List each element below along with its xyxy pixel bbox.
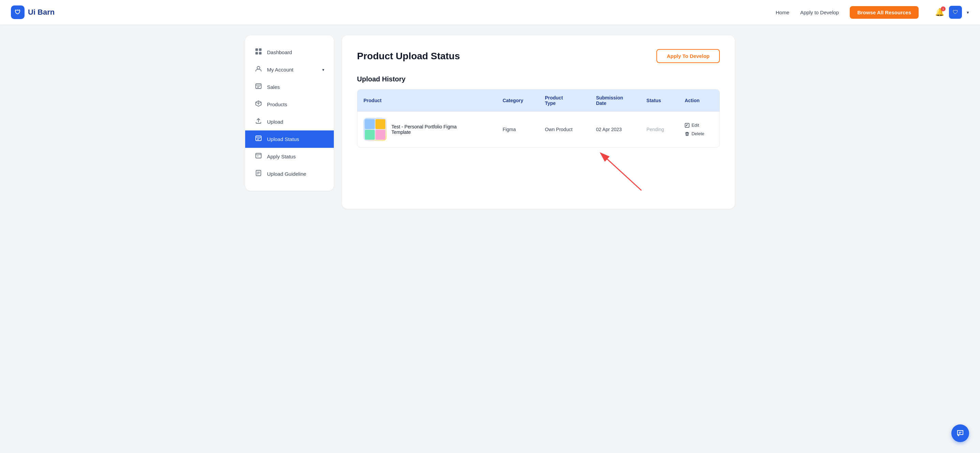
- sidebar-item-label: Dashboard: [267, 49, 292, 55]
- sidebar-item-sales[interactable]: Sales: [245, 78, 334, 96]
- svg-rect-9: [256, 136, 261, 141]
- notification-badge: 1: [941, 6, 945, 11]
- sidebar-item-label: Apply Status: [267, 154, 296, 159]
- red-arrow-annotation: [590, 149, 645, 195]
- sidebar-item-my-account[interactable]: My Account ▾: [245, 61, 334, 78]
- page-header: Product Upload Status Apply To Develop: [357, 49, 720, 63]
- upload-guideline-icon: [255, 169, 262, 178]
- col-status: Status: [640, 90, 679, 112]
- navbar: 🛡 Ui Barn Home Apply to Develop Browse A…: [0, 0, 980, 25]
- apply-status-icon: [255, 152, 262, 161]
- status-badge: Pending: [640, 112, 679, 147]
- svg-point-4: [257, 67, 260, 69]
- upload-icon: [255, 117, 262, 126]
- sidebar-item-apply-status[interactable]: Apply Status: [245, 148, 334, 165]
- product-cell: Test - Personal Portfolio Figma Template: [357, 112, 496, 147]
- dashboard-icon: [255, 48, 262, 57]
- upload-status-icon: [255, 135, 262, 143]
- notification-button[interactable]: 🔔 1: [935, 8, 944, 17]
- col-submission-date: SubmissionDate: [590, 90, 640, 112]
- sidebar-item-dashboard[interactable]: Dashboard: [245, 44, 334, 61]
- delete-button[interactable]: Delete: [685, 130, 713, 137]
- svg-rect-13: [256, 153, 261, 158]
- col-product: Product: [357, 90, 496, 112]
- nav-apply[interactable]: Apply to Develop: [800, 10, 839, 15]
- products-icon: [255, 100, 262, 109]
- product-type: Own Product: [539, 112, 590, 147]
- svg-rect-5: [256, 84, 261, 89]
- svg-rect-3: [259, 52, 262, 55]
- navbar-nav: Home Apply to Develop Browse All Resourc…: [776, 6, 969, 19]
- sidebar: Dashboard My Account ▾ Sales: [245, 35, 334, 191]
- product-name: Test - Personal Portfolio Figma Template: [391, 124, 460, 135]
- chevron-down-icon: ▾: [322, 67, 324, 72]
- edit-button[interactable]: Edit: [685, 122, 713, 128]
- svg-rect-2: [255, 52, 258, 55]
- main-content: Product Upload Status Apply To Develop U…: [342, 35, 735, 209]
- col-action: Action: [679, 90, 719, 112]
- nav-home[interactable]: Home: [776, 10, 789, 15]
- brand-name: Ui Barn: [28, 8, 54, 17]
- sidebar-item-label: Upload: [267, 119, 283, 125]
- sidebar-item-label: Sales: [267, 84, 280, 90]
- action-cell: Edit Delete: [679, 112, 719, 147]
- svg-rect-1: [259, 48, 262, 51]
- my-account-icon: [255, 65, 262, 74]
- account-dropdown-arrow[interactable]: ▾: [967, 10, 969, 15]
- sidebar-item-products[interactable]: Products: [245, 96, 334, 113]
- edit-icon: [685, 123, 689, 128]
- sidebar-item-label: Products: [267, 101, 287, 107]
- page-title: Product Upload Status: [357, 51, 460, 62]
- sales-icon: [255, 83, 262, 91]
- col-product-type: ProductType: [539, 90, 590, 112]
- sidebar-item-label: Upload Guideline: [267, 171, 306, 177]
- col-category: Category: [496, 90, 539, 112]
- browse-all-resources-button[interactable]: Browse All Resources: [850, 6, 919, 19]
- svg-rect-0: [255, 48, 258, 51]
- page-layout: Dashboard My Account ▾ Sales: [234, 25, 746, 220]
- sidebar-item-label: My Account: [267, 67, 294, 73]
- table-row: Test - Personal Portfolio Figma Template…: [357, 112, 719, 147]
- avatar-button[interactable]: 🛡: [949, 6, 962, 19]
- apply-to-develop-button[interactable]: Apply To Develop: [656, 49, 720, 63]
- action-buttons: Edit Delete: [685, 122, 713, 137]
- sidebar-item-upload-guideline[interactable]: Upload Guideline: [245, 165, 334, 182]
- upload-history-table: Product Category ProductType SubmissionD…: [357, 89, 720, 147]
- sidebar-item-upload[interactable]: Upload: [245, 113, 334, 130]
- sidebar-item-upload-status[interactable]: Upload Status: [245, 130, 334, 148]
- brand-icon: 🛡: [11, 5, 25, 19]
- sidebar-item-label: Upload Status: [267, 136, 299, 142]
- section-title: Upload History: [357, 75, 720, 83]
- trash-icon: [685, 131, 689, 136]
- nav-icons: 🔔 1 🛡 ▾: [935, 6, 969, 19]
- annotation-arrow-container: [357, 147, 720, 195]
- table-header-row: Product Category ProductType SubmissionD…: [357, 90, 719, 112]
- brand-logo[interactable]: 🛡 Ui Barn: [11, 5, 54, 19]
- product-category: Figma: [496, 112, 539, 147]
- product-thumbnail: [363, 118, 387, 141]
- chat-button[interactable]: [951, 424, 969, 442]
- submission-date: 02 Apr 2023: [590, 112, 640, 147]
- chat-icon: [956, 429, 964, 437]
